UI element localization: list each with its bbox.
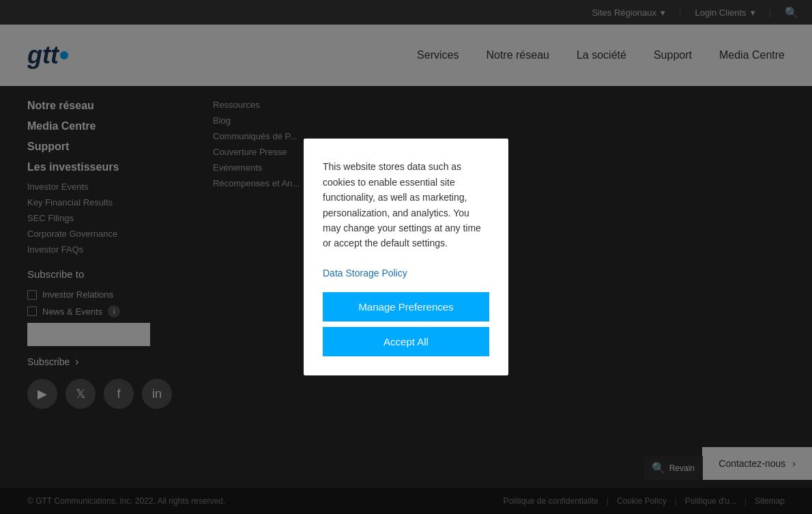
cookie-modal: This website stores data such as cookies… bbox=[304, 139, 508, 375]
modal-overlay: This website stores data such as cookies… bbox=[0, 0, 812, 514]
manage-preferences-button[interactable]: Manage Preferences bbox=[323, 292, 489, 322]
modal-body-text: This website stores data such as cookies… bbox=[323, 159, 489, 251]
accept-all-button[interactable]: Accept All bbox=[323, 327, 489, 356]
data-storage-policy-link[interactable]: Data Storage Policy bbox=[323, 268, 489, 279]
